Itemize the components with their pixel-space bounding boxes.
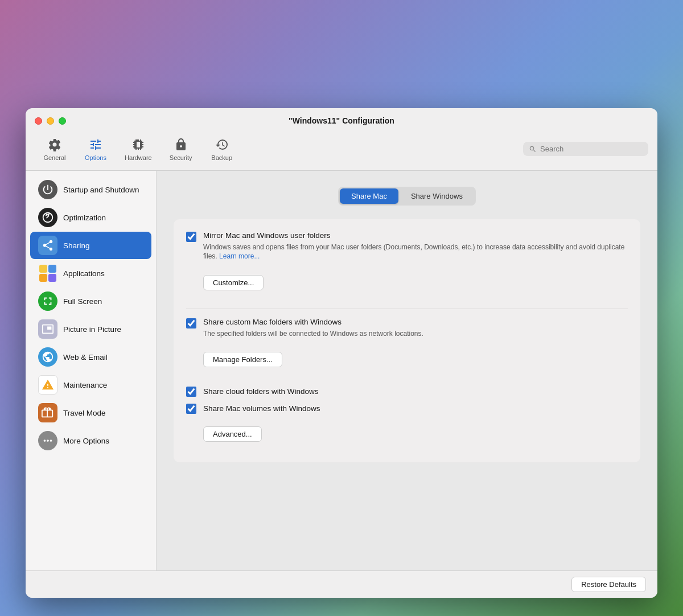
manage-folders-button[interactable]: Manage Folders... xyxy=(203,352,282,367)
mac-volumes-label: Share Mac volumes with Windows xyxy=(203,404,320,414)
custom-folders-desc: The specified folders will be connected … xyxy=(203,329,628,339)
pip-icon xyxy=(38,319,57,339)
sliders-icon xyxy=(88,137,104,153)
mac-volumes-checkbox[interactable] xyxy=(186,404,196,414)
sidebar-label-pip: Picture in Picture xyxy=(63,325,121,334)
mirror-title: Mirror Mac and Windows user folders xyxy=(203,231,628,241)
web-icon xyxy=(38,347,57,367)
setting-row-custom-folders: Share custom Mac folders with Windows Th… xyxy=(186,317,628,338)
svg-rect-0 xyxy=(39,265,47,273)
sidebar-item-pip[interactable]: Picture in Picture xyxy=(30,315,151,343)
sidebar-label-maintenance: Maintenance xyxy=(63,381,107,389)
svg-rect-2 xyxy=(39,274,47,282)
sidebar-item-moreoptions[interactable]: More Options xyxy=(30,427,151,454)
sidebar-label-sharing: Sharing xyxy=(63,241,90,250)
tab-share-mac[interactable]: Share Mac xyxy=(340,188,398,204)
bottom-bar: Restore Defaults xyxy=(26,570,657,598)
svg-rect-1 xyxy=(48,265,56,273)
custom-folders-title: Share custom Mac folders with Windows xyxy=(203,317,628,327)
mirror-text-block: Mirror Mac and Windows user folders Wind… xyxy=(203,231,628,261)
sidebar-item-startup[interactable]: Startup and Shutdown xyxy=(30,176,151,203)
close-button[interactable] xyxy=(35,117,42,125)
mac-volumes-checkbox-wrapper[interactable] xyxy=(186,404,196,414)
setting-row-mac-volumes: Share Mac volumes with Windows xyxy=(186,403,628,414)
sidebar-item-optimization[interactable]: Optimization xyxy=(30,204,151,231)
mirror-desc: Windows saves and opens files from your … xyxy=(203,243,628,262)
sidebar-label-travelmode: Travel Mode xyxy=(63,409,106,417)
custom-folders-checkbox[interactable] xyxy=(186,318,196,328)
toolbar-item-backup[interactable]: Backup xyxy=(202,133,242,165)
advanced-button[interactable]: Advanced... xyxy=(203,426,262,442)
svg-rect-3 xyxy=(48,274,56,282)
settings-section: Mirror Mac and Windows user folders Wind… xyxy=(174,219,640,462)
toolbar-item-general[interactable]: General xyxy=(35,133,75,165)
setting-row-cloud-folders: Share cloud folders with Windows xyxy=(186,385,628,397)
sidebar-label-applications: Applications xyxy=(63,269,105,278)
toolbar-label-backup: Backup xyxy=(211,154,232,161)
maximize-button[interactable] xyxy=(59,117,66,125)
sidebar-item-fullscreen[interactable]: Full Screen xyxy=(30,288,151,315)
sidebar-label-webemail: Web & Email xyxy=(63,353,108,362)
toolbar-item-security[interactable]: Security xyxy=(161,133,201,165)
toolbar-label-general: General xyxy=(43,154,65,161)
sidebar-label-startup: Startup and Shutdown xyxy=(63,186,139,194)
toolbar-label-options: Options xyxy=(85,154,106,161)
custom-folders-checkbox-wrapper[interactable] xyxy=(186,318,196,328)
minimize-button[interactable] xyxy=(47,117,54,125)
lock-icon xyxy=(173,137,189,153)
toolbar-label-security: Security xyxy=(170,154,192,161)
custom-folders-text-block: Share custom Mac folders with Windows Th… xyxy=(203,317,628,338)
sidebar-label-moreoptions: More Options xyxy=(63,437,109,445)
clock-icon xyxy=(214,137,230,153)
maintenance-icon xyxy=(38,375,57,395)
cloud-folders-checkbox[interactable] xyxy=(186,387,196,397)
mirror-checkbox-wrapper[interactable] xyxy=(186,232,196,242)
search-icon xyxy=(529,145,537,153)
sidebar-label-fullscreen: Full Screen xyxy=(63,297,102,306)
window-controls xyxy=(35,117,66,125)
content-area: Share Mac Share Windows Mirror Mac and W… xyxy=(157,171,657,570)
sidebar-item-applications[interactable]: Applications xyxy=(30,260,151,287)
sidebar-label-optimization: Optimization xyxy=(63,213,106,222)
restore-defaults-button[interactable]: Restore Defaults xyxy=(571,577,646,592)
setting-row-mirror: Mirror Mac and Windows user folders Wind… xyxy=(186,231,628,261)
window-title: "Windows11" Configuration xyxy=(289,116,394,125)
chip-icon xyxy=(130,137,146,153)
tab-switcher: Share Mac Share Windows xyxy=(338,187,476,206)
toolbar-item-hardware[interactable]: Hardware xyxy=(117,133,160,165)
search-input[interactable] xyxy=(540,145,643,153)
titlebar: "Windows11" Configuration General xyxy=(26,108,657,171)
sharing-icon xyxy=(38,236,57,255)
main-content: Startup and Shutdown Optimization xyxy=(26,171,657,570)
main-window: "Windows11" Configuration General xyxy=(26,108,657,598)
speedometer-icon xyxy=(38,208,57,227)
divider-1 xyxy=(186,309,628,309)
mirror-checkbox[interactable] xyxy=(186,232,196,242)
power-icon xyxy=(38,180,57,199)
tab-share-windows[interactable]: Share Windows xyxy=(400,188,474,204)
search-box[interactable] xyxy=(523,142,648,156)
sidebar-item-maintenance[interactable]: Maintenance xyxy=(30,371,151,399)
sidebar-item-sharing[interactable]: Sharing xyxy=(30,232,151,259)
fullscreen-icon xyxy=(38,291,57,311)
travel-icon xyxy=(38,403,57,422)
cloud-folders-label: Share cloud folders with Windows xyxy=(203,387,319,397)
more-icon xyxy=(38,431,57,450)
gear-icon xyxy=(47,137,63,153)
apps-icon xyxy=(38,264,57,283)
sidebar: Startup and Shutdown Optimization xyxy=(26,171,157,570)
toolbar-items: General Options xyxy=(35,133,523,165)
learn-more-link[interactable]: Learn more... xyxy=(219,252,260,260)
toolbar-label-hardware: Hardware xyxy=(125,154,152,161)
sidebar-item-travelmode[interactable]: Travel Mode xyxy=(30,399,151,426)
toolbar-item-options[interactable]: Options xyxy=(76,133,116,165)
cloud-folders-checkbox-wrapper[interactable] xyxy=(186,387,196,397)
toolbar: General Options xyxy=(35,131,648,170)
customize-button[interactable]: Customize... xyxy=(203,275,264,290)
sidebar-item-webemail[interactable]: Web & Email xyxy=(30,343,151,371)
